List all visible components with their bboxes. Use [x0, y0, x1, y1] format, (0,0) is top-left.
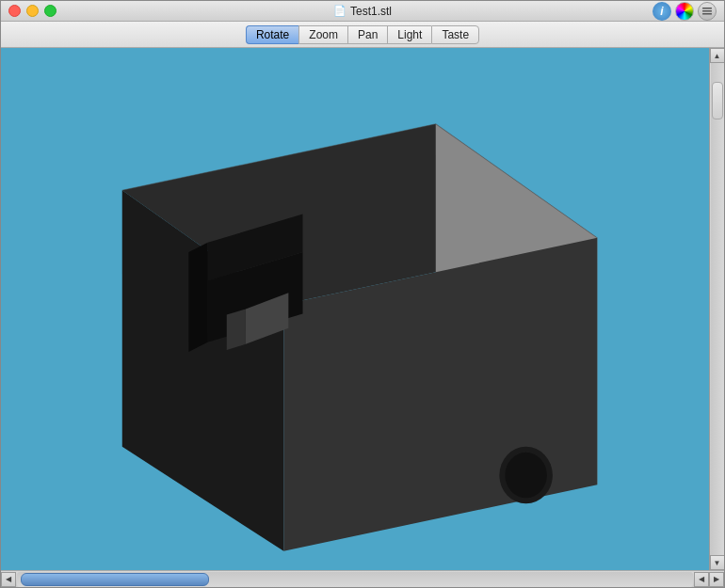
svg-rect-0 — [702, 8, 712, 9]
vertical-scrollbar[interactable]: ▲ ▼ — [709, 48, 724, 570]
info-button[interactable]: i — [652, 2, 671, 21]
svg-marker-9 — [188, 243, 207, 352]
rotate-button[interactable]: Rotate — [246, 25, 298, 44]
close-button[interactable] — [8, 5, 21, 17]
3d-viewport[interactable] — [1, 48, 709, 570]
svg-rect-2 — [702, 13, 712, 15]
maximize-button[interactable] — [44, 5, 56, 17]
svg-rect-1 — [702, 10, 712, 12]
bottom-right-controls: ◀ ▶ — [694, 572, 724, 587]
scroll-thumb-vertical[interactable] — [712, 82, 723, 119]
minimize-button[interactable] — [26, 5, 39, 17]
zoom-button[interactable]: Zoom — [298, 25, 347, 44]
light-button[interactable]: Light — [387, 25, 431, 44]
bottom-bar: ◀ ◀ ▶ — [1, 570, 724, 587]
scroll-thumb-horizontal[interactable] — [21, 573, 209, 586]
action-button[interactable] — [698, 2, 717, 21]
action-icon — [701, 6, 713, 17]
document-icon: 📄 — [333, 5, 346, 17]
main-window: 📄 Test1.stl i Rotate Zoom Pan Light Tast… — [0, 0, 725, 588]
scroll-down-arrow[interactable]: ▼ — [710, 555, 725, 570]
horizontal-scrollbar[interactable] — [17, 572, 693, 587]
window-controls — [8, 5, 56, 17]
color-picker-button[interactable] — [675, 2, 694, 21]
svg-marker-11 — [227, 310, 246, 350]
taste-button[interactable]: Taste — [431, 25, 479, 44]
title-bar-right-icons: i — [652, 2, 717, 21]
window-title: Test1.stl — [350, 5, 392, 18]
window-title-area: 📄 Test1.stl — [333, 5, 392, 18]
main-area: ▲ ▼ — [1, 48, 724, 570]
scroll-left-arrow[interactable]: ◀ — [1, 572, 16, 587]
svg-point-13 — [505, 453, 546, 498]
stl-render — [1, 48, 709, 570]
pan-button[interactable]: Pan — [347, 25, 387, 44]
scroll-track-vertical[interactable] — [711, 63, 724, 555]
scroll-right-arrow-2[interactable]: ▶ — [709, 572, 724, 587]
toolbar: Rotate Zoom Pan Light Taste — [1, 22, 724, 48]
scroll-up-arrow[interactable]: ▲ — [710, 48, 725, 63]
title-bar: 📄 Test1.stl i — [1, 1, 724, 22]
scroll-right-arrow-1[interactable]: ◀ — [694, 572, 709, 587]
